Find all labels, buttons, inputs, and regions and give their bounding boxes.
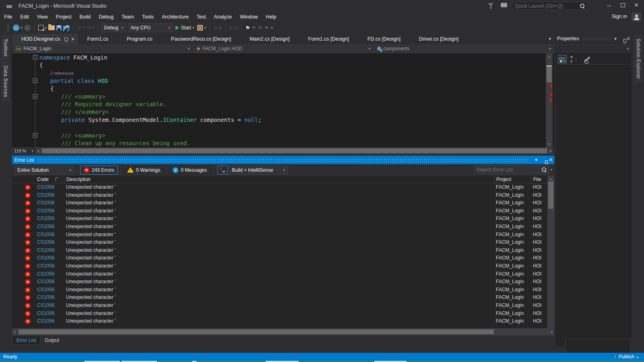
menu-tools[interactable]: Tools (138, 13, 158, 21)
error-row[interactable]: ✕CS1056Unexpected character 'FACM_LoginH… (12, 286, 547, 294)
error-list-horizontal-scrollbar[interactable]: ◂ ▸ (12, 328, 554, 335)
errors-filter-button[interactable]: ✕ 243 Errors (80, 166, 118, 175)
menu-window[interactable]: Window (236, 13, 262, 21)
menu-edit[interactable]: Edit (16, 13, 33, 21)
error-code-link[interactable]: CS1056 (37, 239, 65, 247)
error-row[interactable]: ✕CS1056Unexpected character 'FACM_LoginH… (12, 231, 547, 239)
window-position-icon[interactable]: ▾ (612, 36, 619, 41)
error-list-title-bar[interactable]: Error List ▾ ✕ (12, 156, 554, 164)
collapse-minus-icon[interactable]: − (33, 94, 37, 99)
alphabetical-sort-icon[interactable]: ↓ (570, 55, 578, 63)
error-row[interactable]: ✕CS1056Unexpected character 'FACM_LoginH… (12, 270, 547, 278)
error-row[interactable]: ✕CS1056Unexpected character 'FACM_LoginH… (12, 199, 547, 207)
error-row[interactable]: ✕CS1056Unexpected character 'FACM_LoginH… (12, 294, 547, 302)
menu-help[interactable]: Help (262, 13, 280, 21)
property-pages-icon[interactable] (585, 56, 590, 62)
save-button[interactable] (56, 23, 62, 33)
error-row[interactable]: ✕CS1056Unexpected character 'FACM_LoginH… (12, 302, 547, 310)
error-row[interactable]: ✕CS1056Unexpected character 'FACM_LoginH… (12, 310, 547, 318)
menu-architecture[interactable]: Architecture (158, 13, 193, 21)
error-code-link[interactable]: CS1056 (37, 199, 65, 207)
notifications-filter-icon[interactable] (488, 3, 493, 6)
type-dropdown[interactable]: ❖ FACM_Login.HOD ▾ (194, 45, 373, 53)
error-code-link[interactable]: CS1056 (37, 254, 65, 262)
menu-debug[interactable]: Debug (95, 13, 118, 21)
codelens-references[interactable]: 2 references (50, 71, 74, 76)
document-tab[interactable]: PasswordReco.cs [Design] (162, 34, 240, 44)
error-mark[interactable] (550, 93, 552, 96)
menu-view[interactable]: View (33, 13, 52, 21)
editor-hscrollbar-thumb[interactable] (42, 148, 547, 153)
fold-collapse-toggle[interactable]: − (32, 132, 39, 139)
document-tab[interactable]: HOD.Designer.cs✕ (12, 34, 78, 44)
document-tab[interactable]: Driver.cs [Design] (410, 34, 468, 44)
document-tab[interactable]: Form1.cs (78, 34, 118, 44)
minimize-button[interactable] (602, 0, 616, 10)
properties-title-bar[interactable]: Properties ▾ ✕ (555, 35, 632, 43)
quick-launch-input[interactable] (512, 3, 580, 9)
error-code-link[interactable]: CS1056 (37, 286, 65, 294)
collapse-minus-icon[interactable]: − (33, 133, 37, 138)
code-editor[interactable]: −namespace FACM_Login{2 references−parti… (12, 53, 554, 147)
window-position-icon[interactable]: ▾ (533, 157, 540, 162)
error-code-link[interactable]: CS1056 (37, 310, 65, 318)
platform-dropdown[interactable]: Any CPU ▾ (128, 23, 173, 32)
error-list-scrollbar-thumb[interactable] (548, 181, 553, 209)
error-code-link[interactable]: CS1056 (37, 294, 65, 302)
error-code-link[interactable]: CS1056 (37, 270, 65, 278)
navigate-forward-button[interactable]: → (24, 23, 31, 33)
search-error-list-box[interactable]: ▾ (474, 165, 549, 174)
editor-vertical-scrollbar[interactable]: ▴ ▾ (546, 53, 553, 147)
error-row[interactable]: ✕CS1056Unexpected character 'FACM_LoginH… (12, 317, 547, 325)
chevron-down-icon[interactable]: ▾ (45, 26, 47, 30)
menu-analyze[interactable]: Analyze (210, 13, 236, 21)
error-code-link[interactable]: CS1056 (37, 317, 65, 325)
editor-horizontal-scrollbar[interactable]: ◂ ▸ (36, 148, 553, 154)
messages-filter-button[interactable]: i 0 Messages (169, 166, 210, 175)
error-code-link[interactable]: CS1056 (37, 183, 65, 191)
menu-file[interactable]: File (0, 13, 16, 21)
toggle-bookmark-button[interactable]: ⚑ (246, 23, 250, 33)
close-icon[interactable]: ✕ (547, 157, 554, 162)
sidebar-tab-solution-explorer[interactable]: Solution Explorer (634, 35, 643, 83)
categorized-view-icon[interactable] (558, 55, 567, 63)
editor-scrollbar-thumb[interactable] (547, 66, 552, 82)
error-list-vertical-scrollbar[interactable]: ▴ (547, 176, 554, 328)
toolbar-grip[interactable] (7, 24, 9, 31)
find-in-files-button[interactable]: ▾ (197, 23, 206, 33)
scroll-right-icon[interactable]: ▸ (550, 149, 552, 153)
scroll-up-icon[interactable]: ▴ (547, 176, 554, 181)
pin-icon[interactable] (64, 37, 68, 41)
error-row[interactable]: ✕CS1056Unexpected character 'FACM_LoginH… (12, 262, 547, 270)
object-selector-dropdown[interactable]: ▾ (556, 44, 631, 52)
scroll-left-icon[interactable]: ◂ (37, 149, 39, 153)
panel-tab-output[interactable]: Output (41, 336, 63, 344)
save-all-button[interactable] (63, 23, 70, 33)
scroll-left-icon[interactable]: ◂ (13, 330, 15, 334)
error-code-link[interactable]: CS1056 (37, 207, 65, 215)
navigate-backward-button[interactable]: ← ▾ (13, 23, 23, 33)
column-header-project[interactable]: Project (495, 176, 532, 183)
maximize-button[interactable] (616, 0, 630, 10)
document-tab[interactable]: Main2.cs [Design] (240, 34, 299, 44)
document-list-dropdown-icon[interactable]: ▾ (549, 36, 551, 41)
source-filter-dropdown[interactable]: Build + IntelliSense ▾ (229, 166, 288, 175)
scroll-down-icon[interactable]: ▾ (546, 142, 553, 147)
error-row[interactable]: ✕CS1056Unexpected character 'FACM_LoginH… (12, 254, 547, 262)
error-code-link[interactable]: CS1056 (37, 223, 65, 231)
menu-test[interactable]: Test (193, 13, 210, 21)
editor-zoom-dropdown[interactable]: 119 % ▾ (12, 148, 35, 154)
error-code-link[interactable]: CS1056 (37, 215, 65, 223)
scroll-up-icon[interactable]: ▴ (546, 54, 553, 59)
toolbar-overflow-icon[interactable]: ▾ (271, 26, 273, 30)
fold-collapse-toggle[interactable]: − (32, 93, 39, 100)
error-mark[interactable] (550, 99, 552, 101)
document-tab[interactable]: Program.cs (118, 34, 162, 44)
sidebar-tab-toolbox[interactable]: Toolbox (1, 35, 10, 61)
search-error-list-input[interactable] (474, 167, 541, 173)
error-code-link[interactable]: CS1056 (37, 231, 65, 239)
user-avatar-icon[interactable] (632, 13, 641, 21)
chevron-down-icon[interactable]: ▾ (551, 168, 553, 172)
error-row[interactable]: ✕CS1056Unexpected character 'FACM_LoginH… (12, 183, 547, 191)
error-row[interactable]: ✕CS1056Unexpected character 'FACM_LoginH… (12, 207, 547, 215)
